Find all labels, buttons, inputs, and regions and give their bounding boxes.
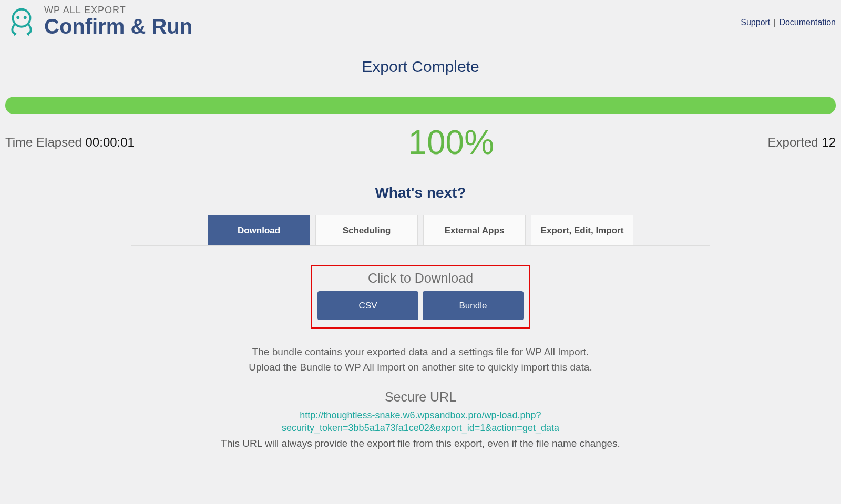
download-box: Click to Download CSV Bundle [311,265,530,329]
time-elapsed-label: Time Elapsed [5,135,82,149]
documentation-link[interactable]: Documentation [779,18,836,27]
download-buttons: CSV Bundle [317,291,524,320]
svg-point-2 [24,16,27,19]
svg-point-1 [16,16,19,19]
exported-label: Exported [768,135,818,149]
page-title: Confirm & Run [44,15,192,38]
time-elapsed: Time Elapsed 00:00:01 [5,135,135,150]
bundle-note-line1: The bundle contains your exported data a… [184,345,657,360]
time-elapsed-value: 00:00:01 [86,135,135,149]
progress-bar [5,97,836,114]
tab-external-apps[interactable]: External Apps [423,215,526,245]
progress-percent: 100% [408,126,494,159]
secure-url-heading: Secure URL [5,389,836,405]
whats-next-heading: What's next? [5,184,836,201]
secure-url-link[interactable]: http://thoughtless-snake.w6.wpsandbox.pr… [250,409,591,435]
download-box-title: Click to Download [317,271,524,286]
exported-value: 12 [822,135,836,149]
secure-url-line2: security_token=3bb5a1a73fa1ce02&export_i… [282,423,559,433]
tab-download[interactable]: Download [208,215,310,245]
tabs-row: Download Scheduling External Apps Export… [131,215,710,246]
download-bundle-button[interactable]: Bundle [423,291,524,320]
bundle-note-line2: Upload the Bundle to WP All Import on an… [184,360,657,375]
octopus-logo-icon [5,5,38,38]
page-header: WP ALL EXPORT Confirm & Run Support | Do… [5,5,836,43]
secure-url-line1: http://thoughtless-snake.w6.wpsandbox.pr… [300,410,541,420]
tab-scheduling[interactable]: Scheduling [315,215,418,245]
status-heading: Export Complete [5,58,836,76]
link-separator: | [774,18,776,27]
exported-count: Exported 12 [768,135,836,150]
header-left: WP ALL EXPORT Confirm & Run [5,5,192,38]
bundle-note: The bundle contains your exported data a… [184,345,657,375]
support-link[interactable]: Support [741,18,770,27]
header-links: Support | Documentation [741,5,836,27]
tab-export-edit-import[interactable]: Export, Edit, Import [531,215,633,245]
svg-point-0 [13,9,30,27]
stats-row: Time Elapsed 00:00:01 100% Exported 12 [5,126,836,175]
secure-url-note: This URL will always provide the export … [5,438,836,449]
download-csv-button[interactable]: CSV [317,291,418,320]
